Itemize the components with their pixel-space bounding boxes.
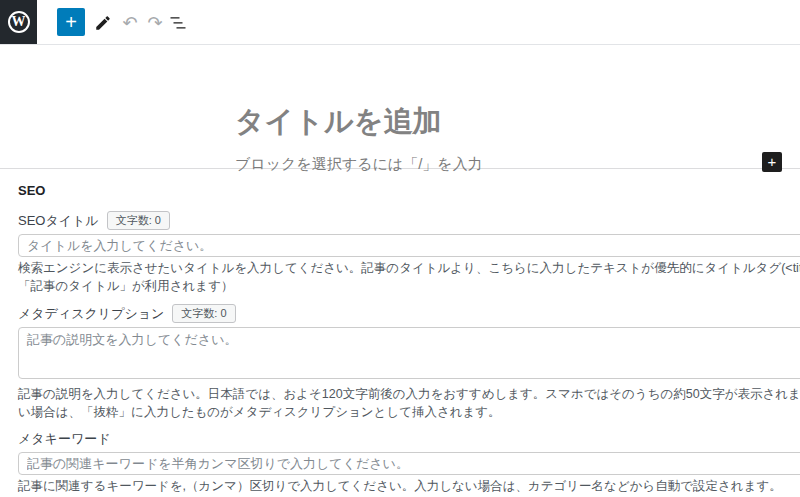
seo-metabox: SEO SEOタイトル 文字数: 0 検索エンジンに表示させたいタイトルを入力し… — [0, 168, 800, 497]
undo-icon: ↶ — [122, 12, 137, 34]
post-title-input[interactable]: タイトルを追加 — [235, 102, 441, 142]
editor-canvas: タイトルを追加 ブロックを選択するには「/」を入力 + — [0, 45, 800, 168]
paragraph-block-input[interactable]: ブロックを選択するには「/」を入力 — [235, 155, 483, 174]
meta-description-description: 記事の説明を入力してください。日本語では、およそ120文字前後の入力をおすすめし… — [18, 386, 800, 421]
editor-toolbar: W + ↶ ↷ — [0, 0, 800, 45]
meta-description-textarea[interactable] — [18, 327, 800, 379]
seo-metabox-title: SEO — [18, 183, 800, 198]
list-view-icon — [168, 13, 188, 33]
redo-button[interactable]: ↷ — [144, 12, 166, 34]
meta-description-char-count-badge: 文字数: 0 — [172, 304, 235, 323]
seo-title-label: SEOタイトル — [18, 212, 99, 230]
tools-button[interactable] — [92, 12, 114, 34]
meta-description-field: メタディスクリプション 文字数: 0 記事の説明を入力してください。日本語では、… — [18, 304, 800, 421]
list-view-button[interactable] — [167, 12, 189, 34]
inline-block-inserter-button[interactable]: + — [762, 152, 782, 172]
seo-title-description: 検索エンジンに表示させたいタイトルを入力してください。記事のタイトルより、こちら… — [18, 260, 800, 295]
block-inserter-button[interactable]: + — [57, 8, 85, 36]
meta-keywords-description: 記事に関連するキーワードを,（カンマ）区切りで入力してください。入力しない場合は… — [18, 478, 800, 496]
meta-keywords-label: メタキーワード — [18, 430, 111, 448]
meta-keywords-input[interactable] — [18, 452, 800, 475]
seo-title-field: SEOタイトル 文字数: 0 検索エンジンに表示させたいタイトルを入力してくださ… — [18, 211, 800, 295]
meta-description-label: メタディスクリプション — [18, 305, 164, 323]
wordpress-logo-icon: W — [8, 11, 30, 33]
redo-icon: ↷ — [147, 12, 162, 34]
plus-icon: + — [65, 11, 77, 33]
pencil-icon — [94, 14, 112, 32]
wordpress-logo-button[interactable]: W — [0, 0, 37, 44]
plus-icon: + — [768, 153, 777, 170]
meta-keywords-field: メタキーワード 記事に関連するキーワードを,（カンマ）区切りで入力してください。… — [18, 430, 800, 496]
undo-button[interactable]: ↶ — [119, 12, 141, 34]
seo-title-char-count-badge: 文字数: 0 — [107, 211, 170, 230]
seo-title-input[interactable] — [18, 234, 800, 257]
